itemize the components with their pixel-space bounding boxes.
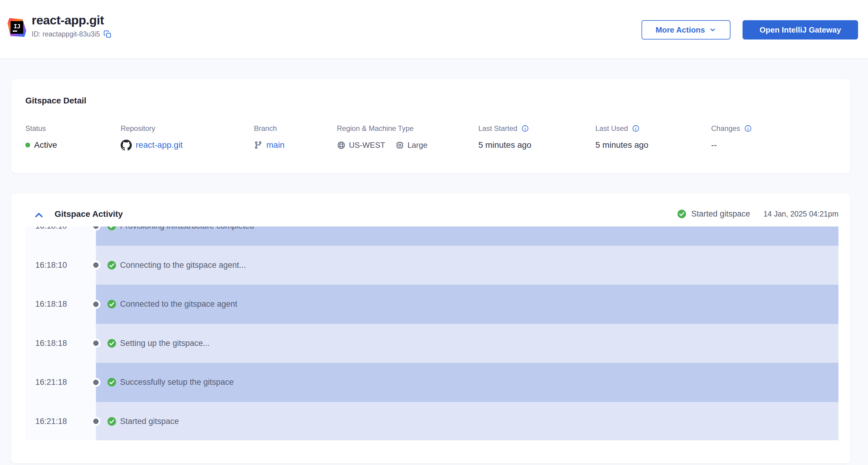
- last-used-label: Last Used: [595, 124, 628, 133]
- last-used-value: 5 minutes ago: [595, 140, 648, 150]
- activity-log-list: 16:18:10 Provisioning infrastructure com…: [25, 226, 838, 440]
- log-row: 16:18:18 Setting up the gitspace...: [25, 324, 838, 363]
- cpu-chip-icon: [395, 141, 404, 150]
- info-icon[interactable]: [521, 125, 529, 132]
- log-row: 16:18:10 Connecting to the gitspace agen…: [25, 246, 838, 285]
- repository-link[interactable]: react-app.git: [136, 140, 183, 150]
- check-circle-icon: [107, 260, 116, 270]
- field-region-machine: Region & Machine Type US-WEST Large: [337, 124, 478, 151]
- collapse-chevron-up-icon[interactable]: [34, 210, 44, 220]
- globe-icon: [337, 141, 346, 150]
- status-active-dot-icon: [25, 143, 30, 148]
- repository-label: Repository: [121, 124, 254, 133]
- more-actions-label: More Actions: [656, 25, 705, 35]
- log-message: Successfully setup the gitspace: [120, 377, 234, 387]
- machine-type-value: Large: [407, 141, 428, 150]
- github-icon: [121, 140, 132, 151]
- branch-label: Branch: [254, 124, 337, 133]
- gitspace-id: ID: reactappgit-83u3i5: [32, 30, 100, 38]
- log-time: 16:18:10: [35, 260, 67, 270]
- gitspace-detail-card: Gitspace Detail Status Active Repository…: [11, 79, 850, 174]
- field-last-used: Last Used 5 minutes ago: [595, 124, 711, 151]
- region-value: US-WEST: [349, 141, 385, 150]
- status-value: Active: [34, 140, 57, 150]
- intellij-idea-logo-icon: IJ: [7, 18, 26, 37]
- detail-card-title: Gitspace Detail: [25, 96, 836, 105]
- activity-log-scroll-area[interactable]: 16:18:10 Provisioning infrastructure com…: [25, 226, 838, 440]
- chevron-down-icon: [709, 26, 716, 33]
- page-header: IJ react-app.git ID: reactappgit-83u3i5 …: [0, 0, 868, 59]
- log-row: 16:18:18 Connected to the gitspace agent: [25, 285, 838, 324]
- activity-latest-time: 14 Jan, 2025 04:21pm: [763, 210, 838, 218]
- log-message: Connecting to the gitspace agent...: [120, 260, 246, 270]
- branch-link[interactable]: main: [266, 140, 285, 150]
- more-actions-button[interactable]: More Actions: [642, 20, 731, 39]
- check-circle-icon: [677, 209, 686, 219]
- log-time: 16:21:18: [35, 377, 67, 387]
- log-time: 16:21:18: [35, 417, 67, 426]
- check-circle-icon: [107, 377, 116, 387]
- git-branch-icon: [254, 141, 262, 149]
- check-circle-icon: [107, 300, 116, 309]
- timeline-dot-icon: [91, 378, 100, 387]
- changes-label: Changes: [711, 124, 740, 133]
- log-message: Provisioning infrastructure completed: [120, 226, 254, 231]
- log-message: Started gitspace: [120, 417, 179, 426]
- region-machine-label: Region & Machine Type: [337, 124, 478, 133]
- check-circle-icon: [107, 417, 116, 426]
- log-time: 16:18:18: [35, 300, 67, 309]
- field-status: Status Active: [25, 124, 121, 151]
- log-message: Setting up the gitspace...: [120, 339, 210, 348]
- field-repository: Repository react-app.git: [121, 124, 254, 151]
- field-branch: Branch main: [254, 124, 337, 151]
- field-last-started: Last Started 5 minutes ago: [478, 124, 595, 151]
- info-icon[interactable]: [744, 125, 752, 132]
- log-time: 16:18:10: [35, 226, 67, 231]
- activity-latest-status: Started gitspace: [691, 209, 750, 219]
- open-intellij-gateway-button[interactable]: Open IntelliJ Gateway: [743, 20, 858, 39]
- info-icon[interactable]: [632, 125, 640, 132]
- gitspace-activity-card: Gitspace Activity Started gitspace 14 Ja…: [11, 194, 850, 464]
- status-label: Status: [25, 124, 121, 133]
- check-circle-icon: [107, 226, 116, 231]
- log-message: Connected to the gitspace agent: [120, 300, 237, 309]
- check-circle-icon: [107, 339, 116, 348]
- last-started-value: 5 minutes ago: [478, 140, 531, 150]
- changes-value: --: [711, 140, 717, 150]
- page-title: react-app.git: [32, 13, 112, 27]
- log-time: 16:18:18: [35, 339, 67, 348]
- log-row: 16:18:10 Provisioning infrastructure com…: [25, 226, 838, 246]
- activity-title: Gitspace Activity: [55, 209, 123, 219]
- log-row: 16:21:18 Successfully setup the gitspace: [25, 363, 838, 402]
- log-row: 16:21:18 Started gitspace: [25, 402, 838, 441]
- copy-icon[interactable]: [103, 30, 112, 38]
- last-started-label: Last Started: [478, 124, 517, 133]
- field-changes: Changes --: [711, 124, 836, 151]
- timeline-dot-icon: [91, 300, 100, 309]
